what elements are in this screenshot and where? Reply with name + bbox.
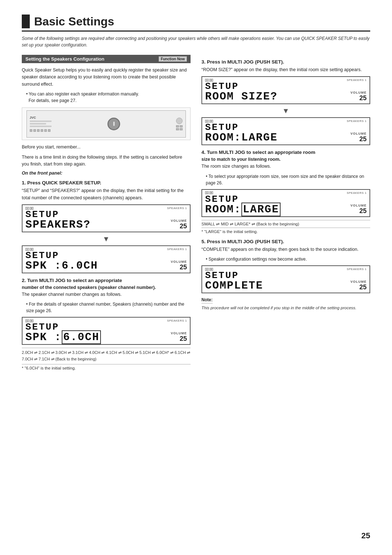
footnote-room: * "LARGE" is the initial setting. bbox=[201, 229, 370, 234]
step3-desc: “ROOM SIZE?” appear on the display, then… bbox=[201, 66, 370, 73]
lcd3b-container: 1 8 SPEAKERS 1 SETUP ROOM:LARGE VOLUME 2… bbox=[201, 117, 370, 145]
footnote1: * "6.0CH" is the initial setting. bbox=[22, 366, 191, 370]
lcd1a: 1 8 SPEAKERS 1 SETUP SPEAKERS? VOLUME 25 bbox=[22, 204, 191, 232]
title-accent-box bbox=[22, 15, 30, 28]
lcd3b-text-block: SETUP ROOM:LARGE bbox=[205, 123, 278, 143]
lcd3a-bottom-text: ROOM SIZE? bbox=[205, 91, 278, 102]
device-right-controls bbox=[176, 118, 183, 130]
time-limit-text: There is a time limit in doing the follo… bbox=[22, 154, 191, 168]
device-center bbox=[107, 118, 120, 130]
step5-heading: 5. Press in MULTI JOG (PUSH SET). bbox=[201, 239, 370, 244]
lcd3a-text-block: SETUP ROOM SIZE? bbox=[205, 82, 278, 102]
lcd3a-container: 1 8 SPEAKERS 1 SETUP ROOM SIZE? VOLUME 2… bbox=[201, 76, 370, 104]
lcd2-volume-label: VOLUME bbox=[171, 331, 187, 335]
lcd1a-main-row: SETUP SPEAKERS? VOLUME 25 bbox=[25, 210, 187, 230]
step5-bullet: Speaker configuration settings now becom… bbox=[206, 256, 370, 262]
note-text: This procedure will not be completed if … bbox=[201, 305, 370, 311]
device-btn3 bbox=[37, 129, 40, 132]
note-box: Note: This procedure will not be complet… bbox=[201, 297, 370, 311]
step4-bullet: To select your appropriate room size, se… bbox=[206, 173, 370, 186]
device-image: JVC bbox=[22, 107, 191, 140]
left-column: Setting the Speakers Configuration Funct… bbox=[22, 55, 191, 370]
lcd5-volume-block: VOLUME 25 bbox=[350, 280, 367, 291]
lcd2-volume-block: VOLUME 25 bbox=[171, 331, 187, 343]
italic-label: On the front panel: bbox=[22, 171, 191, 176]
lcd3a-setup-text: SETUP bbox=[205, 82, 278, 91]
lcd3b-main-row: SETUP ROOM:LARGE VOLUME 25 bbox=[205, 123, 367, 143]
device-left-controls: JVC bbox=[30, 116, 52, 132]
device-btn-row1 bbox=[176, 125, 183, 127]
lcd2-main-row: SETUP SPK :6.0CH VOLUME 25 bbox=[25, 322, 187, 343]
device-rbtn4 bbox=[180, 128, 183, 130]
lcd1a-bottom-text: SPEAKERS? bbox=[25, 219, 91, 230]
device-rbtn1 bbox=[176, 125, 179, 127]
down-arrow-1: ▼ bbox=[22, 235, 191, 242]
device-rbtn2 bbox=[180, 125, 183, 127]
device-line1 bbox=[30, 121, 52, 122]
lcd3b: 1 8 SPEAKERS 1 SETUP ROOM:LARGE VOLUME 2… bbox=[201, 117, 370, 145]
lcd3b-setup-text: SETUP bbox=[205, 123, 278, 132]
left-intro-para: Quick Speaker Setup helps you to easily … bbox=[22, 67, 191, 88]
note-label: Note: bbox=[201, 297, 213, 303]
lcd5: 1 8 SPEAKERS 1 SETUP COMPLETE VOLUME 25 bbox=[201, 265, 370, 293]
lcd5-volume-num: 25 bbox=[359, 283, 367, 291]
lcd1a-text-block: SETUP SPEAKERS? bbox=[25, 210, 91, 230]
lcd4-highlight: LARGE bbox=[241, 203, 281, 216]
lcd1b-bottom-text: SPK :6.0CH bbox=[25, 260, 98, 271]
lcd1b-container: 1 8 SPEAKERS 1 SETUP SPK :6.0CH VOLUME 2… bbox=[22, 245, 191, 273]
lcd4-volume-num: 25 bbox=[359, 207, 367, 215]
step4-sub: size to match to your listening room. bbox=[201, 157, 370, 162]
lcd3b-volume-label: VOLUME bbox=[350, 132, 367, 135]
lcd4-volume-block: VOLUME 25 bbox=[350, 204, 367, 215]
section-header: Setting the Speakers Configuration Funct… bbox=[22, 55, 191, 63]
lcd3b-speakers-label: SPEAKERS 1 bbox=[347, 119, 367, 123]
intro-text: Some of the following settings are requi… bbox=[22, 35, 370, 48]
lcd3a-speakers-label: SPEAKERS 1 bbox=[347, 78, 367, 82]
lcd3a-main-row: SETUP ROOM SIZE? VOLUME 25 bbox=[205, 82, 367, 102]
lcd1a-volume-num: 25 bbox=[180, 223, 187, 230]
lcd3b-volume-block: VOLUME 25 bbox=[350, 132, 367, 143]
lcd4-container: 1 8 SPEAKERS 1 SETUP ROOM:LARGE VOLUME 2… bbox=[201, 189, 370, 217]
step1-heading: 1. Press QUICK SPEAKER SETUP. bbox=[22, 180, 191, 185]
lcd5-speakers-label: SPEAKERS 1 bbox=[347, 268, 367, 271]
device-right-btns bbox=[176, 125, 183, 130]
room-seq: SMALL ⇌ MID ⇌ LARGE* ⇌ (Back to the begi… bbox=[201, 220, 370, 228]
lcd3a-volume-num: 25 bbox=[359, 94, 367, 102]
lcd1b-volume-num: 25 bbox=[180, 264, 187, 271]
lcd1a-speakers-label: SPEAKERS 1 bbox=[167, 207, 187, 210]
lcd1a-volume-block: VOLUME 25 bbox=[171, 219, 187, 230]
lcd1b: 1 8 SPEAKERS 1 SETUP SPK :6.0CH VOLUME 2… bbox=[22, 245, 191, 273]
device-btn6 bbox=[48, 129, 50, 132]
device-btn-row2 bbox=[176, 128, 183, 130]
lcd4-bottom-text: ROOM:LARGE bbox=[205, 204, 281, 215]
lcd4-speakers-label: SPEAKERS 1 bbox=[347, 191, 367, 195]
lcd2-text-block: SETUP SPK :6.0CH bbox=[25, 322, 101, 343]
lcd3b-bottom-text: ROOM:LARGE bbox=[205, 132, 278, 143]
lcd3a-volume-label: VOLUME bbox=[350, 91, 367, 94]
device-line2 bbox=[30, 123, 46, 125]
device-knob-indicator bbox=[113, 122, 115, 126]
lcd1b-text-block: SETUP SPK :6.0CH bbox=[25, 251, 98, 271]
step2-desc: The speaker channel number changes as fo… bbox=[22, 291, 191, 298]
lcd4-text-block: SETUP ROOM:LARGE bbox=[205, 195, 281, 215]
lcd4-volume-label: VOLUME bbox=[350, 204, 367, 207]
lcd3a: 1 8 SPEAKERS 1 SETUP ROOM SIZE? VOLUME 2… bbox=[201, 76, 370, 104]
lcd2-container: 1 8 SPEAKERS 1 SETUP SPK :6.0CH VOLUME 2… bbox=[22, 317, 191, 345]
lcd2-bottom-text: SPK :6.0CH bbox=[25, 332, 101, 343]
before-text: Before you start, remember... bbox=[22, 144, 191, 151]
device-line3 bbox=[30, 126, 52, 127]
lcd2: 1 8 SPEAKERS 1 SETUP SPK :6.0CH VOLUME 2… bbox=[22, 317, 191, 345]
right-column: 3. Press in MULTI JOG (PUSH SET). “ROOM … bbox=[201, 55, 370, 370]
device-brand: JVC bbox=[30, 116, 52, 119]
step2-bullet: For the details of speaker channel numbe… bbox=[26, 301, 191, 314]
step1-desc: “SETUP” and “SPEAKERS?” appear on the di… bbox=[22, 187, 191, 201]
lcd3a-volume-block: VOLUME 25 bbox=[350, 91, 367, 102]
lcd2-speakers-label: SPEAKERS 1 bbox=[167, 319, 187, 322]
lcd1a-container: 1 8 SPEAKERS 1 SETUP SPEAKERS? VOLUME 25 bbox=[22, 204, 191, 232]
lcd2-volume-num: 25 bbox=[180, 335, 187, 343]
lcd3b-volume-num: 25 bbox=[359, 135, 367, 143]
lcd1b-speakers-label: SPEAKERS 1 bbox=[167, 248, 187, 251]
lcd5-main-row: SETUP COMPLETE VOLUME 25 bbox=[205, 271, 367, 291]
device-btn5 bbox=[44, 129, 47, 132]
device-inner: JVC bbox=[26, 110, 186, 138]
